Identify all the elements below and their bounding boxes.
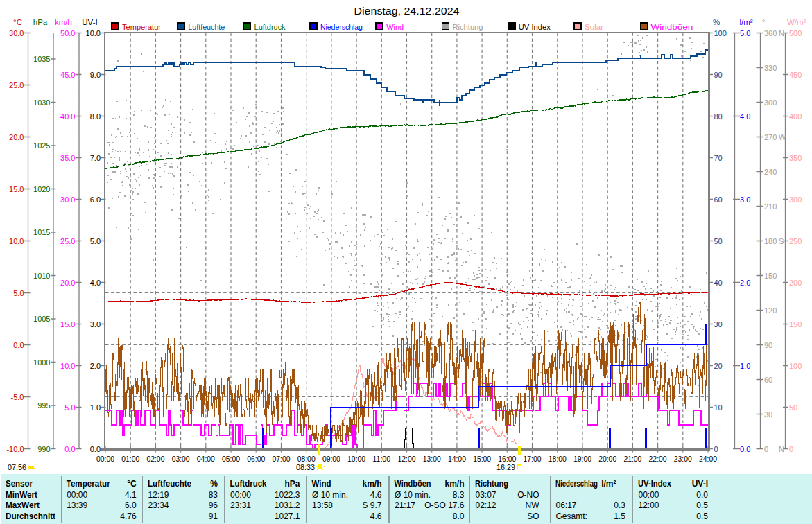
svg-text:1.5: 1.5 xyxy=(614,512,625,521)
svg-text:08:33: 08:33 xyxy=(296,463,315,471)
svg-text:S: S xyxy=(779,237,784,245)
svg-text:2.0: 2.0 xyxy=(740,279,750,287)
svg-text:0: 0 xyxy=(764,445,768,453)
svg-text:210: 210 xyxy=(764,202,777,211)
svg-text:4.0: 4.0 xyxy=(740,112,750,121)
svg-text:90: 90 xyxy=(764,341,772,349)
svg-text:12:19: 12:19 xyxy=(148,490,169,500)
svg-text:4.1: 4.1 xyxy=(125,490,137,500)
svg-text:300: 300 xyxy=(789,195,802,204)
svg-text:91: 91 xyxy=(209,512,218,521)
svg-text:Niederschlag: Niederschlag xyxy=(320,23,363,31)
svg-text:01:00: 01:00 xyxy=(121,455,139,463)
svg-text:11:00: 11:00 xyxy=(372,455,390,463)
svg-text:6.0: 6.0 xyxy=(90,195,101,204)
svg-text:250: 250 xyxy=(789,237,802,245)
svg-text:00:00: 00:00 xyxy=(67,490,87,500)
svg-text:23:31: 23:31 xyxy=(230,500,251,510)
svg-text:0.5: 0.5 xyxy=(696,512,708,521)
svg-text:100: 100 xyxy=(714,29,727,37)
svg-text:Luftdruck: Luftdruck xyxy=(230,479,267,489)
svg-text:50: 50 xyxy=(789,403,797,412)
svg-text:O-NO: O-NO xyxy=(517,490,539,500)
svg-text:W/m²: W/m² xyxy=(787,18,806,26)
svg-text:0.0: 0.0 xyxy=(740,445,750,453)
svg-text:20.0: 20.0 xyxy=(9,133,24,141)
svg-text:UV-Index: UV-Index xyxy=(638,479,671,489)
svg-text:Wind: Wind xyxy=(386,23,404,31)
svg-text:10.0: 10.0 xyxy=(86,29,101,37)
svg-text:25.0: 25.0 xyxy=(9,81,24,89)
svg-text:8.3: 8.3 xyxy=(453,490,465,500)
svg-text:Dienstag, 24.12.2024: Dienstag, 24.12.2024 xyxy=(354,5,460,17)
svg-text:20:00: 20:00 xyxy=(598,455,616,463)
svg-text:1020: 1020 xyxy=(33,185,50,193)
svg-text:UV-I: UV-I xyxy=(692,479,708,489)
svg-text:°C: °C xyxy=(13,18,22,26)
svg-text:O-SO 17.6: O-SO 17.6 xyxy=(424,500,465,510)
svg-text:240: 240 xyxy=(764,168,777,176)
svg-text:5.0: 5.0 xyxy=(64,403,75,412)
svg-text:10.0: 10.0 xyxy=(60,362,75,370)
svg-text:5.0: 5.0 xyxy=(13,289,24,297)
svg-text:19:00: 19:00 xyxy=(573,455,591,463)
svg-text:4.76: 4.76 xyxy=(120,512,137,521)
svg-text:60: 60 xyxy=(714,195,723,204)
svg-text:270: 270 xyxy=(764,133,777,141)
svg-text:15:00: 15:00 xyxy=(473,455,491,463)
svg-text:150: 150 xyxy=(764,272,777,280)
svg-text:990: 990 xyxy=(37,445,50,453)
svg-text:06:17: 06:17 xyxy=(556,500,577,510)
svg-text:30.0: 30.0 xyxy=(9,29,24,37)
svg-text:30: 30 xyxy=(714,320,723,329)
svg-text:km/h: km/h xyxy=(362,479,381,489)
svg-text:70: 70 xyxy=(714,154,723,162)
svg-text:06:00: 06:00 xyxy=(247,455,265,463)
svg-text:1015: 1015 xyxy=(33,228,50,236)
svg-text:1025: 1025 xyxy=(33,141,50,150)
svg-text:180: 180 xyxy=(764,237,777,245)
svg-text:Durchschnitt: Durchschnitt xyxy=(6,512,55,521)
svg-text:120: 120 xyxy=(764,306,777,315)
svg-text:83: 83 xyxy=(209,490,218,500)
svg-text:35.0: 35.0 xyxy=(60,154,75,162)
svg-text:1022.3: 1022.3 xyxy=(275,490,300,500)
svg-text:0: 0 xyxy=(714,445,718,453)
svg-text:00:00: 00:00 xyxy=(230,490,251,500)
svg-text:18:00: 18:00 xyxy=(548,455,567,463)
svg-text:UV-Index: UV-Index xyxy=(519,23,551,31)
svg-text:150: 150 xyxy=(789,320,802,329)
svg-text:04:00: 04:00 xyxy=(197,455,215,463)
svg-text:21:00: 21:00 xyxy=(623,455,641,463)
svg-text:10.0: 10.0 xyxy=(9,237,24,245)
svg-text:14:00: 14:00 xyxy=(448,455,466,463)
svg-text:13:00: 13:00 xyxy=(423,455,441,463)
svg-text:12:00: 12:00 xyxy=(639,500,659,510)
svg-text:Wind: Wind xyxy=(312,479,331,489)
svg-text:8.0: 8.0 xyxy=(453,512,465,521)
svg-text:07:56: 07:56 xyxy=(8,463,26,471)
svg-text:15.0: 15.0 xyxy=(60,320,75,329)
svg-text:0: 0 xyxy=(789,445,793,453)
svg-text:km/h: km/h xyxy=(55,18,72,26)
svg-text:200: 200 xyxy=(789,279,802,287)
svg-text:Ø 10 min.: Ø 10 min. xyxy=(395,490,431,500)
svg-text:km/h: km/h xyxy=(444,479,464,489)
svg-text:23:34: 23:34 xyxy=(148,500,169,510)
svg-text:Luftfeuchte: Luftfeuchte xyxy=(188,23,225,31)
svg-text:Temperatur: Temperatur xyxy=(67,479,110,489)
svg-text:Luftfeuchte: Luftfeuchte xyxy=(148,479,191,489)
svg-text:0.0: 0.0 xyxy=(90,445,101,453)
svg-text:12:00: 12:00 xyxy=(398,455,416,463)
svg-text:Solar: Solar xyxy=(585,23,603,31)
svg-text:17:00: 17:00 xyxy=(524,455,542,463)
svg-text:60: 60 xyxy=(764,376,772,384)
svg-text:Sensor: Sensor xyxy=(6,479,33,489)
svg-text:3.0: 3.0 xyxy=(90,320,101,329)
svg-text:22:00: 22:00 xyxy=(649,455,667,463)
svg-text:350: 350 xyxy=(789,154,802,162)
svg-text:hPa: hPa xyxy=(284,479,300,489)
svg-text:Windböen: Windböen xyxy=(650,23,693,31)
svg-text:3.0: 3.0 xyxy=(740,195,750,204)
svg-text:Ø 10 min.: Ø 10 min. xyxy=(312,490,348,500)
